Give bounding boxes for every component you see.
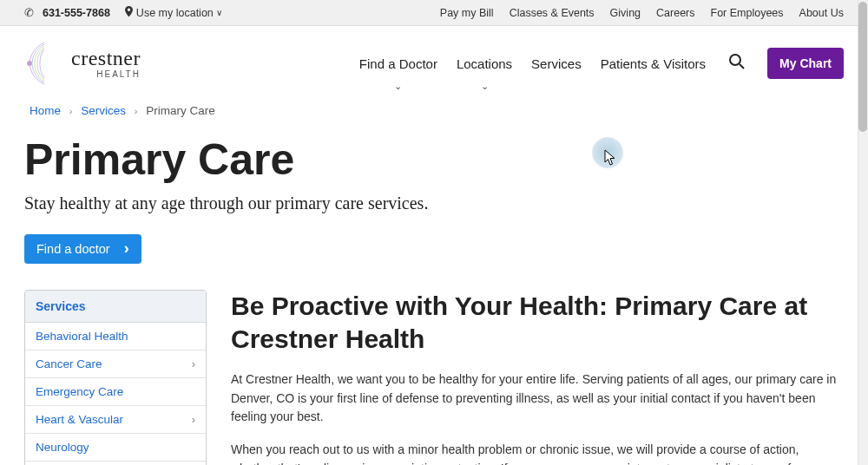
sidebar-item-label: Heart & Vascular (36, 413, 123, 426)
nav-label: Locations (457, 56, 512, 71)
body-paragraph: When you reach out to us with a minor he… (231, 441, 844, 465)
search-button[interactable] (725, 49, 748, 77)
mychart-button[interactable]: My Chart (767, 48, 844, 79)
nav-locations[interactable]: Locations ⌄ (457, 56, 512, 87)
svg-point-1 (730, 55, 740, 65)
sidebar-item-label: Cancer Care (36, 357, 102, 370)
pin-icon (124, 6, 134, 20)
sidebar-item-emergency-care[interactable]: Emergency Care (25, 378, 206, 406)
chevron-down-icon: ⌄ (481, 81, 489, 92)
breadcrumb: Home › Services › Primary Care (0, 90, 868, 122)
scrollbar-thumb[interactable] (858, 2, 867, 132)
use-location-link[interactable]: Use my location ∨ (124, 6, 222, 20)
breadcrumb-services[interactable]: Services (81, 104, 126, 117)
breadcrumb-sep: › (135, 106, 138, 116)
util-link-classes[interactable]: Classes & Events (510, 7, 595, 19)
phone-number[interactable]: 631-555-7868 (43, 7, 110, 19)
sidebar-heading: Services (25, 291, 206, 323)
breadcrumb-current: Primary Care (146, 104, 215, 117)
nav-label: Services (531, 56, 582, 71)
search-icon (728, 56, 745, 73)
section-heading: Be Proactive with Your Health: Primary C… (231, 290, 844, 355)
main-content: Be Proactive with Your Health: Primary C… (231, 290, 844, 465)
sidebar-item-behavioral-health[interactable]: Behavioral Health (25, 323, 206, 350)
util-link-paybill[interactable]: Pay my Bill (440, 7, 494, 19)
services-sidebar: Services Behavioral Health Cancer Care ›… (24, 290, 207, 465)
nav-label: Patients & Visitors (601, 56, 706, 71)
util-link-about[interactable]: About Us (799, 7, 844, 19)
svg-line-2 (740, 64, 744, 69)
sidebar-item-label: Behavioral Health (36, 330, 128, 343)
sidebar-item-heart-vascular[interactable]: Heart & Vascular › (25, 406, 206, 434)
sidebar-item-neurology[interactable]: Neurology (25, 434, 206, 462)
page-subtitle: Stay healthy at any age through our prim… (0, 193, 868, 234)
find-doctor-button[interactable]: Find a doctor (24, 234, 141, 264)
util-link-giving[interactable]: Giving (610, 7, 641, 19)
nav-find-doctor[interactable]: Find a Doctor ⌄ (359, 56, 437, 87)
chevron-down-icon: ⌄ (394, 81, 402, 92)
logo-name: crestner (71, 48, 141, 69)
util-link-careers[interactable]: Careers (656, 7, 694, 19)
nav-label: Find a Doctor (359, 56, 437, 71)
utility-links: Pay my Bill Classes & Events Giving Care… (440, 7, 844, 19)
scrollbar-track[interactable] (858, 0, 868, 465)
sidebar-item-orthopedics[interactable]: Orthopedics › (25, 462, 206, 465)
nav-patients-visitors[interactable]: Patients & Visitors (601, 56, 706, 87)
logo-mark-icon (24, 41, 64, 86)
svg-point-0 (27, 61, 32, 66)
sidebar-item-label: Neurology (36, 441, 89, 454)
chevron-right-icon: › (192, 413, 195, 426)
nav-services[interactable]: Services (531, 56, 582, 87)
breadcrumb-sep: › (69, 106, 73, 116)
site-header: crestner HEALTH Find a Doctor ⌄ Location… (0, 26, 868, 90)
breadcrumb-home[interactable]: Home (30, 104, 61, 117)
logo-subtext: HEALTH (96, 70, 141, 79)
sidebar-item-cancer-care[interactable]: Cancer Care › (25, 350, 206, 378)
main-nav: Find a Doctor ⌄ Locations ⌄ Services Pat… (359, 48, 844, 79)
chevron-right-icon: › (192, 357, 195, 370)
util-link-employees[interactable]: For Employees (711, 7, 784, 19)
utility-bar: ✆ 631-555-7868 Use my location ∨ Pay my … (0, 0, 868, 26)
phone-icon: ✆ (24, 6, 34, 19)
chevron-down-icon: ∨ (216, 8, 222, 17)
site-logo[interactable]: crestner HEALTH (24, 41, 141, 86)
use-location-label: Use my location (136, 7, 214, 19)
page-title: Primary Care (0, 122, 868, 193)
body-paragraph: At Crestner Health, we want you to be he… (231, 370, 844, 427)
sidebar-item-label: Emergency Care (36, 385, 123, 398)
